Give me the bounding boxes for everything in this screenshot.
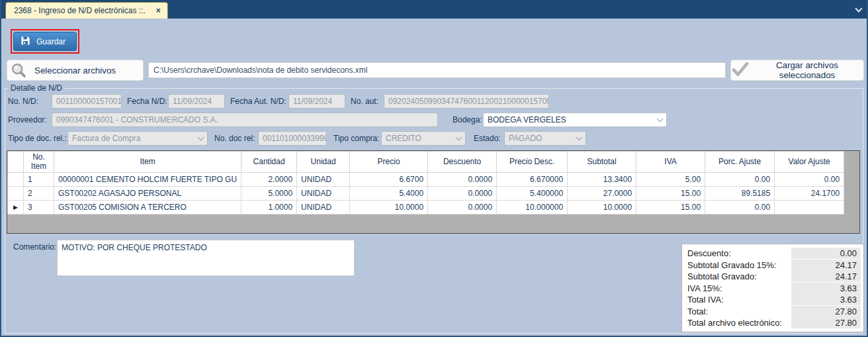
chevron-down-icon <box>576 134 583 140</box>
fecha-nd-field: 11/09/2024 <box>168 94 225 109</box>
tipo-compra-value: CREDITO <box>386 132 421 145</box>
totals-row-total: Total: 27.80 <box>687 306 861 317</box>
tipo-doc-dropdown: Factura de Compra <box>67 131 208 146</box>
doc-rel-label: No. doc rel: <box>214 131 255 146</box>
bodega-label: Bodega: <box>453 113 482 127</box>
cell-precio[interactable]: 5.4000 <box>350 187 428 201</box>
col-valor-ajuste[interactable]: Valor Ajuste <box>775 152 844 173</box>
cell-iva[interactable]: 15.00 <box>636 201 705 215</box>
row-indicator-header <box>8 152 24 173</box>
total-value: 27.80 <box>791 317 861 328</box>
col-porc-ajuste[interactable]: Porc. Ajuste <box>705 152 775 173</box>
cell-item[interactable]: GST00205 COMISION A TERCERO <box>54 201 241 215</box>
tipo-compra-dropdown: CREDITO <box>381 131 466 146</box>
row-indicator-cell <box>8 187 24 201</box>
total-value: 24.17 <box>791 260 861 271</box>
nd-number-label: No. N/D: <box>8 94 38 109</box>
total-value: 27.80 <box>791 306 861 317</box>
totals-row-total-iva: Total IVA: 3.63 <box>687 294 861 305</box>
cell-no[interactable]: 1 <box>24 173 54 187</box>
table-row[interactable]: 2 GST00202 AGASAJO PERSONAL 5.0000 UNIDA… <box>8 187 844 201</box>
cell-cantidad[interactable]: 1.0000 <box>241 201 297 215</box>
cell-precio[interactable]: 10.0000 <box>350 201 428 215</box>
col-subtotal[interactable]: Subtotal <box>568 152 636 173</box>
tab-ingreso-nd[interactable]: 2368 - Ingreso de N/D electrónicas ::. × <box>5 2 168 19</box>
cell-precio-desc[interactable]: 5.400000 <box>497 187 568 201</box>
cell-descuento[interactable]: 0.0000 <box>428 173 497 187</box>
cell-unidad[interactable]: UNIDAD <box>297 173 350 187</box>
cell-porc-ajuste[interactable]: 0.00 <box>705 173 775 187</box>
cell-descuento[interactable]: 0.0000 <box>428 187 497 201</box>
search-icon <box>10 62 28 82</box>
cell-subtotal[interactable]: 13.3400 <box>568 173 636 187</box>
col-iva[interactable]: IVA <box>636 152 705 173</box>
cell-unidad[interactable]: UNIDAD <box>297 187 350 201</box>
cell-no[interactable]: 3 <box>24 201 54 215</box>
total-value: 3.63 <box>791 294 861 305</box>
aut-number-field: 0920240509903474760011200210000015700112… <box>384 94 549 109</box>
cell-iva[interactable]: 15.00 <box>636 187 705 201</box>
file-path-input[interactable] <box>148 62 726 78</box>
table-row[interactable]: ▶ 3 GST00205 COMISION A TERCERO 1.0000 U… <box>8 201 844 215</box>
chevron-down-icon <box>657 115 664 122</box>
col-precio[interactable]: Precio <box>350 152 428 173</box>
cell-no[interactable]: 2 <box>24 187 54 201</box>
items-table: No. Item Item Cantidad Unidad Precio Des… <box>7 151 844 215</box>
cell-valor-ajuste[interactable]: 0.00 <box>775 173 844 187</box>
select-files-button[interactable]: Seleccionar archivos <box>7 60 144 81</box>
total-label: Total archivo electrónico: <box>687 318 791 328</box>
cell-item[interactable]: GST00202 AGASAJO PERSONAL <box>54 187 241 201</box>
cell-porc-ajuste[interactable]: 89.5185 <box>705 187 775 201</box>
total-label: Total IVA: <box>687 295 791 305</box>
total-value: 0.00 <box>791 248 861 259</box>
items-grid: No. Item Item Cantidad Unidad Precio Des… <box>7 150 860 234</box>
cell-porc-ajuste[interactable]: 0.00 <box>705 201 775 215</box>
cell-subtotal[interactable]: 10.0000 <box>568 201 636 215</box>
cell-precio[interactable]: 6.6700 <box>350 173 428 187</box>
col-no-item[interactable]: No. Item <box>24 152 54 173</box>
save-button[interactable]: Guardar <box>13 32 77 51</box>
table-row[interactable]: 1 00000001 CEMENTO HOLCIM FUERTE TIPO GU… <box>8 173 844 187</box>
col-item[interactable]: Item <box>54 152 241 173</box>
cell-descuento[interactable]: 0.0000 <box>428 201 497 215</box>
cell-precio-desc[interactable]: 6.670000 <box>497 173 568 187</box>
tipo-compra-label: Tipo compra: <box>333 131 380 146</box>
cell-item[interactable]: 00000001 CEMENTO HOLCIM FUERTE TIPO GU <box>54 173 241 187</box>
fecha-aut-value: 11/09/2024 <box>293 97 332 106</box>
estado-value: PAGADO <box>509 132 542 145</box>
save-button-label: Guardar <box>36 37 65 46</box>
calendar-icon <box>326 108 333 109</box>
cell-iva[interactable]: 5.00 <box>636 173 705 187</box>
cell-precio-desc[interactable]: 10.000000 <box>497 201 568 215</box>
col-precio-desc[interactable]: Precio Desc. <box>497 152 568 173</box>
cell-valor-ajuste[interactable]: 24.1700 <box>775 187 844 201</box>
annotation-red-box: Guardar <box>11 29 79 54</box>
fecha-aut-label: Fecha Aut. N/D: <box>230 94 286 109</box>
bodega-value: BODEGA VERGELES <box>488 113 566 126</box>
row-indicator-cell <box>8 173 24 187</box>
chevron-down-icon[interactable] <box>855 5 862 12</box>
cell-cantidad[interactable]: 2.0000 <box>241 173 297 187</box>
selected-cell-valor-ajuste[interactable]: 0.00 <box>775 201 844 215</box>
cell-subtotal[interactable]: 27.0000 <box>568 187 636 201</box>
cell-unidad[interactable]: UNIDAD <box>297 201 350 215</box>
col-unidad[interactable]: Unidad <box>297 152 350 173</box>
app-window: 2368 - Ingreso de N/D electrónicas ::. ×… <box>0 0 868 337</box>
total-label: Descuento: <box>687 248 791 258</box>
total-value: 3.63 <box>791 283 861 294</box>
cell-cantidad[interactable]: 5.0000 <box>241 187 297 201</box>
tab-bar: 2368 - Ingreso de N/D electrónicas ::. × <box>1 0 867 19</box>
comment-label: Comentario: <box>13 242 56 252</box>
check-icon <box>731 62 750 79</box>
total-label: Subtotal Gravado 15%: <box>687 260 791 270</box>
col-cantidad[interactable]: Cantidad <box>241 152 297 173</box>
col-descuento[interactable]: Descuento <box>428 152 497 173</box>
tab-close-icon[interactable]: × <box>156 7 161 15</box>
load-files-button[interactable]: Cargar archivos seleccionados <box>730 60 864 81</box>
bodega-dropdown[interactable]: BODEGA VERGELES <box>483 113 667 127</box>
doc-rel-field: 0011010000339989 <box>258 131 327 146</box>
comment-textarea[interactable]: MOTIVO: POR CHEQUE PROTESTADO <box>57 240 355 276</box>
load-files-label: Cargar archivos seleccionados <box>751 60 863 80</box>
tipo-doc-label: Tipo de doc. rel.: <box>8 131 67 146</box>
fecha-aut-field: 11/09/2024 <box>288 94 345 109</box>
